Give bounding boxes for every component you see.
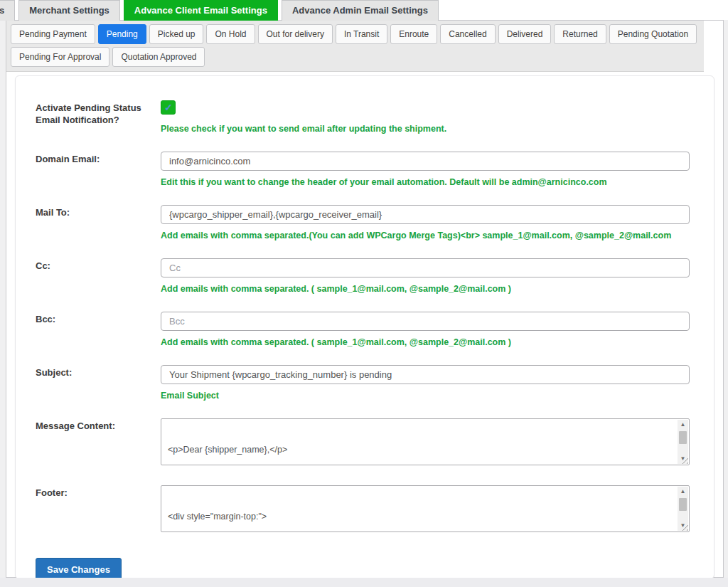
scrollbar-thumb[interactable] — [679, 498, 687, 511]
subject-input[interactable] — [161, 365, 690, 384]
mail-to-label: Mail To: — [36, 205, 161, 241]
row-cc: Cc: Add emails with comma separated. ( s… — [36, 258, 688, 295]
main-tab-bar: ngs Merchant Settings Advance Client Ema… — [0, 0, 439, 21]
footer-textarea[interactable]: <div style="margin-top:"> <p>Your Addres… — [161, 485, 690, 532]
cc-label: Cc: — [36, 258, 161, 295]
tab-settings-partial[interactable]: ngs — [0, 0, 15, 21]
domain-email-input[interactable] — [161, 152, 690, 171]
mail-to-input[interactable] — [161, 205, 690, 224]
activate-notification-label: Activate Pending Status Email Notificati… — [36, 100, 161, 134]
tab-enroute[interactable]: Enroute — [390, 24, 437, 44]
scroll-up-icon[interactable]: ▲ — [678, 487, 688, 497]
page-gutter-right — [724, 20, 728, 587]
message-content-label: Message Content: — [36, 418, 161, 465]
settings-panel: Activate Pending Status Email Notificati… — [15, 75, 714, 579]
domain-email-help-text: Edit this if you want to change the head… — [161, 177, 690, 188]
tab-on-hold[interactable]: On Hold — [206, 24, 255, 44]
check-icon: ✓ — [164, 102, 173, 113]
footer-label: Footer: — [36, 485, 161, 532]
bcc-help-text: Add emails with comma separated. ( sampl… — [161, 337, 690, 348]
bcc-label: Bcc: — [36, 312, 161, 348]
tab-pending-payment[interactable]: Pending Payment — [11, 24, 95, 44]
mail-to-help-text: Add emails with comma separated.(You can… — [161, 231, 690, 241]
tab-pending-for-approval[interactable]: Pending For Approval — [11, 47, 109, 67]
row-subject: Subject: Email Subject — [36, 365, 688, 401]
tab-out-for-delivery[interactable]: Out for delivery — [258, 24, 333, 44]
row-domain-email: Domain Email: Edit this if you want to c… — [36, 152, 688, 188]
row-activate-notification: Activate Pending Status Email Notificati… — [36, 100, 688, 134]
tab-advance-client-email-settings[interactable]: Advance Client Email Settings — [124, 0, 278, 21]
row-bcc: Bcc: Add emails with comma separated. ( … — [36, 312, 688, 348]
page-gutter-left — [0, 20, 6, 587]
tab-pending-quotation[interactable]: Pending Quotation — [609, 24, 697, 44]
tab-pending[interactable]: Pending — [98, 24, 146, 44]
tab-delivered[interactable]: Delivered — [498, 24, 552, 44]
tab-in-transit[interactable]: In Transit — [336, 24, 387, 44]
tab-content-container: Pending Payment Pending Picked up On Hol… — [6, 20, 724, 578]
page-bottom-strip — [0, 578, 728, 587]
domain-email-label: Domain Email: — [36, 152, 161, 188]
cc-input[interactable] — [161, 258, 690, 277]
subject-help-text: Email Subject — [161, 391, 690, 401]
row-message-content: Message Content: <p>Dear {shipper_name},… — [36, 418, 688, 465]
activate-notification-checkbox[interactable]: ✓ — [161, 100, 176, 115]
tab-merchant-settings[interactable]: Merchant Settings — [18, 0, 120, 21]
message-content-textarea[interactable]: <p>Dear {shipper_name},</p> <p>We are pl… — [161, 418, 690, 465]
bcc-input[interactable] — [161, 312, 690, 331]
tab-advance-admin-email-settings[interactable]: Advance Admin Email Settings — [282, 0, 439, 21]
footer-text: <div style="margin-top:"> <p>Your Addres… — [168, 488, 677, 532]
scroll-up-icon[interactable]: ▲ — [678, 420, 688, 430]
tab-cancelled[interactable]: Cancelled — [440, 24, 495, 44]
cc-help-text: Add emails with comma separated. ( sampl… — [161, 284, 690, 295]
row-mail-to: Mail To: Add emails with comma separated… — [36, 205, 688, 241]
tab-quotation-approved[interactable]: Quotation Approved — [112, 47, 205, 67]
status-tab-bar: Pending Payment Pending Picked up On Hol… — [6, 21, 704, 72]
subject-label: Subject: — [36, 365, 161, 401]
message-content-text: <p>Dear {shipper_name},</p> <p>We are pl… — [168, 421, 677, 465]
scrollbar-thumb[interactable] — [679, 431, 687, 444]
tab-returned[interactable]: Returned — [554, 24, 606, 44]
activate-help-text: Please check if you want to send email a… — [161, 124, 688, 134]
row-footer: Footer: <div style="margin-top:"> <p>You… — [36, 485, 688, 532]
tab-picked-up[interactable]: Picked up — [149, 24, 204, 44]
